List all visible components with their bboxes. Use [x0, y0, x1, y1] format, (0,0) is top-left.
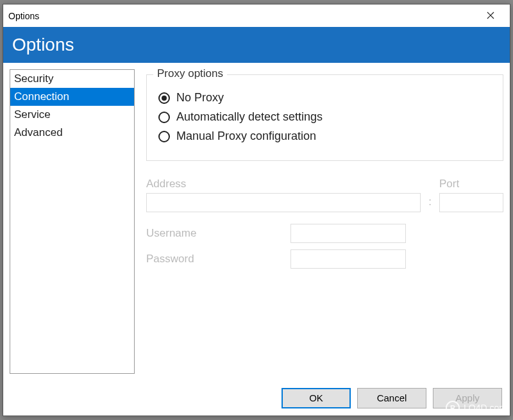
port-label: Port — [439, 178, 503, 190]
radio-label: Automatically detect settings — [176, 110, 323, 124]
radio-icon — [158, 131, 170, 142]
password-row: Password — [146, 249, 503, 269]
close-icon — [487, 10, 494, 21]
ok-button[interactable]: OK — [282, 388, 351, 408]
address-input[interactable] — [146, 193, 421, 212]
content-area: Security Connection Service Advanced Pro… — [3, 63, 510, 380]
radio-icon — [158, 112, 170, 123]
sidebar-item-service[interactable]: Service — [10, 106, 134, 124]
sidebar-item-security[interactable]: Security — [10, 70, 134, 88]
username-row: Username — [146, 224, 503, 243]
sidebar-item-connection[interactable]: Connection — [10, 88, 134, 106]
radio-label: No Proxy — [176, 91, 224, 105]
radio-icon-selected — [158, 92, 170, 104]
dialog-footer: OK Cancel Apply — [3, 380, 510, 416]
username-label: Username — [146, 227, 290, 240]
options-dialog: Options Options Security Connection Serv… — [3, 4, 510, 416]
proxy-group-title: Proxy options — [153, 67, 227, 80]
close-button[interactable] — [476, 6, 505, 26]
category-sidebar: Security Connection Service Advanced — [10, 69, 135, 374]
address-port-row: Address : Port — [146, 178, 503, 212]
password-input[interactable] — [290, 249, 406, 269]
password-label: Password — [146, 253, 290, 265]
radio-auto-detect[interactable]: Automatically detect settings — [158, 110, 491, 124]
username-input[interactable] — [290, 224, 406, 243]
window-title: Options — [8, 11, 476, 21]
radio-manual-proxy[interactable]: Manual Proxy configuration — [158, 130, 491, 143]
address-port-separator: : — [428, 196, 432, 212]
sidebar-item-advanced[interactable]: Advanced — [10, 124, 134, 142]
cancel-button[interactable]: Cancel — [357, 388, 426, 408]
proxy-options-group: Proxy options No Proxy Automatically det… — [146, 74, 503, 161]
header-banner: Options — [3, 27, 510, 63]
radio-label: Manual Proxy configuration — [176, 130, 316, 143]
titlebar: Options — [3, 4, 510, 27]
apply-button[interactable]: Apply — [433, 388, 502, 408]
settings-panel: Proxy options No Proxy Automatically det… — [146, 69, 503, 374]
header-title: Options — [12, 35, 74, 55]
radio-no-proxy[interactable]: No Proxy — [158, 91, 491, 105]
port-input[interactable] — [439, 193, 503, 212]
address-label: Address — [146, 178, 421, 190]
